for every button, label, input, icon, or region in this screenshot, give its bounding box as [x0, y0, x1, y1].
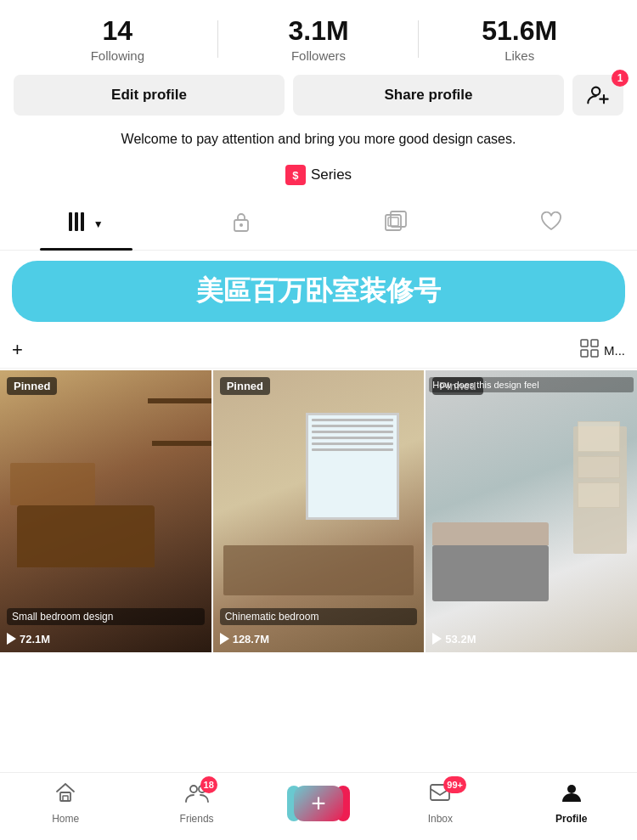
- svg-rect-13: [581, 350, 588, 357]
- svg-rect-11: [581, 340, 588, 347]
- videos-tab-icon: [69, 212, 91, 236]
- play-icon-1: [7, 633, 16, 645]
- nav-add[interactable]: +: [294, 786, 343, 821]
- nav-friends[interactable]: 18 Friends: [163, 781, 231, 825]
- video-grid: Pinned Small bedroom design 72.1M: [0, 370, 637, 652]
- videos-tab-dropdown: ▼: [93, 218, 104, 230]
- play-icon-2: [220, 633, 229, 645]
- video-thumb-3[interactable]: Pinned How does this design feel 53.2M: [426, 370, 637, 652]
- followers-count: 3.1M: [218, 15, 420, 47]
- view-count-3: 53.2M: [445, 633, 476, 646]
- followers-label: Followers: [218, 48, 420, 63]
- stat-followers[interactable]: 3.1M Followers: [218, 15, 420, 63]
- home-label: Home: [52, 813, 79, 825]
- add-friends-button[interactable]: 1: [572, 75, 623, 116]
- pinned-badge-1: Pinned: [7, 377, 57, 395]
- likes-count: 51.6M: [419, 15, 620, 47]
- play-icon-3: [432, 633, 442, 645]
- tab-album[interactable]: [318, 199, 474, 250]
- bio-text: Welcome to pay attention and bring you m…: [17, 129, 620, 149]
- stat-following[interactable]: 14 Following: [17, 15, 218, 63]
- following-count: 14: [17, 15, 218, 47]
- add-button[interactable]: +: [294, 786, 343, 821]
- new-post-bar: + M...: [0, 332, 637, 369]
- tab-liked[interactable]: [474, 199, 629, 250]
- inbox-label: Inbox: [428, 813, 453, 825]
- video-top-label-3: How does this design feel: [429, 377, 634, 392]
- svg-point-20: [567, 785, 576, 793]
- video-thumb-1[interactable]: Pinned Small bedroom design 72.1M: [0, 370, 211, 652]
- notification-badge: 1: [612, 70, 629, 87]
- profile-icon: [561, 781, 583, 809]
- svg-rect-12: [591, 340, 598, 347]
- svg-rect-15: [60, 792, 70, 801]
- likes-label: Likes: [419, 48, 620, 63]
- new-post-plus-icon[interactable]: +: [12, 339, 23, 361]
- stat-likes[interactable]: 51.6M Likes: [419, 15, 620, 63]
- svg-point-17: [190, 786, 197, 792]
- profile-label: Profile: [555, 813, 587, 825]
- video-title-1: Small bedroom design: [7, 608, 205, 625]
- share-profile-button[interactable]: Share profile: [293, 75, 564, 116]
- video-thumb-2[interactable]: Pinned Chinematic bedroom 128.7M: [213, 370, 425, 652]
- video-play-row-3: 53.2M: [432, 633, 476, 646]
- svg-rect-14: [591, 350, 598, 357]
- bottom-nav: Home 18 Friends + 99+ Inbox: [0, 772, 637, 840]
- tab-private[interactable]: [164, 199, 319, 250]
- album-icon: [385, 211, 407, 238]
- view-count-1: 72.1M: [20, 633, 50, 646]
- video-title-2: Chinematic bedroom: [220, 608, 418, 625]
- video-play-row-1: 72.1M: [7, 633, 50, 646]
- action-buttons-row: Edit profile Share profile 1: [0, 75, 637, 129]
- nav-inbox[interactable]: 99+ Inbox: [406, 781, 474, 825]
- nav-profile[interactable]: Profile: [538, 781, 606, 825]
- svg-rect-10: [388, 217, 398, 226]
- new-post-right: M...: [580, 339, 625, 361]
- tab-videos[interactable]: ▼: [8, 199, 164, 250]
- friends-badge: 18: [200, 776, 217, 793]
- post-filter-icon: [580, 339, 599, 361]
- tooltip-text: 美區百万卧室装修号: [196, 273, 441, 310]
- series-section[interactable]: $ Series: [0, 158, 637, 199]
- nav-home[interactable]: Home: [31, 781, 99, 825]
- series-label: Series: [311, 166, 352, 183]
- view-count-2: 128.7M: [233, 633, 269, 646]
- edit-profile-button[interactable]: Edit profile: [14, 75, 285, 116]
- person-add-icon: [586, 83, 610, 107]
- svg-point-7: [240, 223, 243, 227]
- stats-row: 14 Following 3.1M Followers 51.6M Likes: [0, 0, 637, 75]
- tabs-row: ▼: [0, 199, 637, 251]
- svg-rect-3: [69, 212, 72, 231]
- series-icon: $: [285, 165, 306, 185]
- svg-point-0: [592, 87, 600, 95]
- friends-label: Friends: [180, 813, 214, 825]
- add-icon: +: [311, 791, 326, 816]
- inbox-badge: 99+: [443, 776, 466, 793]
- svg-rect-4: [75, 212, 78, 231]
- video-play-row-2: 128.7M: [220, 633, 269, 646]
- following-label: Following: [17, 48, 218, 63]
- post-filter-label: M...: [604, 343, 625, 358]
- lock-icon: [232, 211, 251, 238]
- svg-rect-16: [63, 796, 68, 801]
- svg-rect-5: [81, 212, 84, 231]
- pinned-badge-2: Pinned: [220, 377, 270, 395]
- heart-icon: [540, 211, 562, 237]
- bio-section: Welcome to pay attention and bring you m…: [0, 129, 637, 158]
- tooltip-banner: 美區百万卧室装修号: [12, 261, 625, 322]
- home-icon: [54, 781, 76, 809]
